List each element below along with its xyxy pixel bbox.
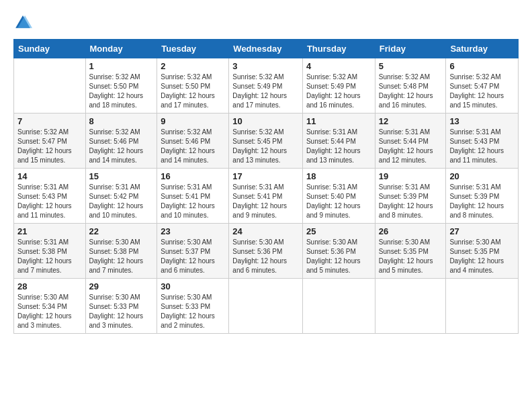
calendar-cell: 11Sunrise: 5:31 AM Sunset: 5:44 PM Dayli… <box>302 113 375 169</box>
day-info: Sunrise: 5:32 AM Sunset: 5:46 PM Dayligh… <box>161 128 225 165</box>
day-number: 15 <box>89 171 154 181</box>
day-number: 1 <box>89 61 154 71</box>
calendar-cell: 5Sunrise: 5:32 AM Sunset: 5:48 PM Daylig… <box>375 58 446 113</box>
day-number: 3 <box>232 61 299 71</box>
day-number: 8 <box>89 116 154 126</box>
logo-icon <box>13 13 32 32</box>
day-info: Sunrise: 5:32 AM Sunset: 5:49 PM Dayligh… <box>232 73 299 110</box>
day-info: Sunrise: 5:30 AM Sunset: 5:36 PM Dayligh… <box>232 238 299 275</box>
calendar-header-tuesday: Tuesday <box>157 40 229 58</box>
calendar-cell <box>229 279 303 334</box>
day-number: 28 <box>17 281 82 291</box>
day-info: Sunrise: 5:31 AM Sunset: 5:41 PM Dayligh… <box>161 183 225 220</box>
day-info: Sunrise: 5:32 AM Sunset: 5:47 PM Dayligh… <box>17 128 82 165</box>
day-number: 26 <box>379 226 443 236</box>
day-info: Sunrise: 5:32 AM Sunset: 5:45 PM Dayligh… <box>232 128 299 165</box>
calendar-week-2: 7Sunrise: 5:32 AM Sunset: 5:47 PM Daylig… <box>14 113 519 169</box>
calendar-cell: 9Sunrise: 5:32 AM Sunset: 5:46 PM Daylig… <box>157 113 229 169</box>
calendar-cell: 24Sunrise: 5:30 AM Sunset: 5:36 PM Dayli… <box>229 224 303 279</box>
calendar-cell: 30Sunrise: 5:30 AM Sunset: 5:33 PM Dayli… <box>157 279 229 334</box>
calendar-header-friday: Friday <box>375 40 446 58</box>
day-info: Sunrise: 5:32 AM Sunset: 5:47 PM Dayligh… <box>449 73 515 110</box>
day-number: 18 <box>306 171 371 181</box>
day-number: 21 <box>17 226 82 236</box>
day-number: 17 <box>232 171 299 181</box>
calendar-week-1: 1Sunrise: 5:32 AM Sunset: 5:50 PM Daylig… <box>14 58 519 113</box>
calendar-cell: 7Sunrise: 5:32 AM Sunset: 5:47 PM Daylig… <box>14 113 86 169</box>
calendar-cell: 2Sunrise: 5:32 AM Sunset: 5:50 PM Daylig… <box>157 58 229 113</box>
calendar-cell <box>375 279 446 334</box>
calendar-cell: 15Sunrise: 5:31 AM Sunset: 5:42 PM Dayli… <box>85 169 157 224</box>
calendar-header-monday: Monday <box>85 40 157 58</box>
day-number: 30 <box>161 281 225 291</box>
day-info: Sunrise: 5:31 AM Sunset: 5:44 PM Dayligh… <box>306 128 371 165</box>
day-number: 22 <box>89 226 154 236</box>
calendar-cell: 23Sunrise: 5:30 AM Sunset: 5:37 PM Dayli… <box>157 224 229 279</box>
day-number: 6 <box>449 61 515 71</box>
day-info: Sunrise: 5:31 AM Sunset: 5:43 PM Dayligh… <box>17 183 82 220</box>
day-info: Sunrise: 5:32 AM Sunset: 5:48 PM Dayligh… <box>379 73 443 110</box>
calendar-cell: 10Sunrise: 5:32 AM Sunset: 5:45 PM Dayli… <box>229 113 303 169</box>
calendar-cell <box>446 279 519 334</box>
calendar-cell: 19Sunrise: 5:31 AM Sunset: 5:39 PM Dayli… <box>375 169 446 224</box>
day-info: Sunrise: 5:30 AM Sunset: 5:35 PM Dayligh… <box>379 238 443 275</box>
day-info: Sunrise: 5:31 AM Sunset: 5:44 PM Dayligh… <box>379 128 443 165</box>
calendar-cell: 14Sunrise: 5:31 AM Sunset: 5:43 PM Dayli… <box>14 169 86 224</box>
day-info: Sunrise: 5:30 AM Sunset: 5:33 PM Dayligh… <box>89 293 154 330</box>
day-number: 7 <box>17 116 82 126</box>
day-info: Sunrise: 5:31 AM Sunset: 5:39 PM Dayligh… <box>449 183 515 220</box>
day-number: 20 <box>449 171 515 181</box>
logo <box>13 13 35 32</box>
calendar-header-sunday: Sunday <box>14 40 86 58</box>
calendar-cell <box>14 58 86 113</box>
calendar-cell: 26Sunrise: 5:30 AM Sunset: 5:35 PM Dayli… <box>375 224 446 279</box>
calendar-header-wednesday: Wednesday <box>229 40 303 58</box>
calendar-cell: 6Sunrise: 5:32 AM Sunset: 5:47 PM Daylig… <box>446 58 519 113</box>
calendar-week-4: 21Sunrise: 5:31 AM Sunset: 5:38 PM Dayli… <box>14 224 519 279</box>
calendar-cell: 29Sunrise: 5:30 AM Sunset: 5:33 PM Dayli… <box>85 279 157 334</box>
calendar-header-saturday: Saturday <box>446 40 519 58</box>
calendar-cell: 8Sunrise: 5:32 AM Sunset: 5:46 PM Daylig… <box>85 113 157 169</box>
day-info: Sunrise: 5:31 AM Sunset: 5:40 PM Dayligh… <box>306 183 371 220</box>
day-number: 25 <box>306 226 371 236</box>
day-info: Sunrise: 5:30 AM Sunset: 5:34 PM Dayligh… <box>17 293 82 330</box>
day-info: Sunrise: 5:31 AM Sunset: 5:42 PM Dayligh… <box>89 183 154 220</box>
calendar-cell: 1Sunrise: 5:32 AM Sunset: 5:50 PM Daylig… <box>85 58 157 113</box>
day-info: Sunrise: 5:30 AM Sunset: 5:36 PM Dayligh… <box>306 238 371 275</box>
day-number: 12 <box>379 116 443 126</box>
calendar-cell: 17Sunrise: 5:31 AM Sunset: 5:41 PM Dayli… <box>229 169 303 224</box>
calendar-cell: 3Sunrise: 5:32 AM Sunset: 5:49 PM Daylig… <box>229 58 303 113</box>
day-info: Sunrise: 5:31 AM Sunset: 5:43 PM Dayligh… <box>449 128 515 165</box>
day-number: 11 <box>306 116 371 126</box>
calendar-cell: 25Sunrise: 5:30 AM Sunset: 5:36 PM Dayli… <box>302 224 375 279</box>
day-info: Sunrise: 5:31 AM Sunset: 5:38 PM Dayligh… <box>17 238 82 275</box>
day-info: Sunrise: 5:31 AM Sunset: 5:39 PM Dayligh… <box>379 183 443 220</box>
calendar-header-thursday: Thursday <box>302 40 375 58</box>
day-info: Sunrise: 5:30 AM Sunset: 5:37 PM Dayligh… <box>161 238 225 275</box>
day-number: 5 <box>379 61 443 71</box>
day-number: 10 <box>232 116 299 126</box>
calendar-cell: 28Sunrise: 5:30 AM Sunset: 5:34 PM Dayli… <box>14 279 86 334</box>
day-info: Sunrise: 5:30 AM Sunset: 5:33 PM Dayligh… <box>161 293 225 330</box>
calendar-cell: 12Sunrise: 5:31 AM Sunset: 5:44 PM Dayli… <box>375 113 446 169</box>
day-number: 27 <box>449 226 515 236</box>
calendar-cell <box>302 279 375 334</box>
day-info: Sunrise: 5:32 AM Sunset: 5:50 PM Dayligh… <box>89 73 154 110</box>
day-number: 13 <box>449 116 515 126</box>
day-number: 14 <box>17 171 82 181</box>
day-info: Sunrise: 5:32 AM Sunset: 5:46 PM Dayligh… <box>89 128 154 165</box>
calendar-body: 1Sunrise: 5:32 AM Sunset: 5:50 PM Daylig… <box>14 58 519 334</box>
day-number: 24 <box>232 226 299 236</box>
day-number: 16 <box>161 171 225 181</box>
day-info: Sunrise: 5:30 AM Sunset: 5:38 PM Dayligh… <box>89 238 154 275</box>
calendar-cell: 16Sunrise: 5:31 AM Sunset: 5:41 PM Dayli… <box>157 169 229 224</box>
calendar-header-row: SundayMondayTuesdayWednesdayThursdayFrid… <box>14 40 519 58</box>
calendar-cell: 22Sunrise: 5:30 AM Sunset: 5:38 PM Dayli… <box>85 224 157 279</box>
calendar-cell: 20Sunrise: 5:31 AM Sunset: 5:39 PM Dayli… <box>446 169 519 224</box>
calendar-cell: 27Sunrise: 5:30 AM Sunset: 5:35 PM Dayli… <box>446 224 519 279</box>
calendar-cell: 18Sunrise: 5:31 AM Sunset: 5:40 PM Dayli… <box>302 169 375 224</box>
day-number: 19 <box>379 171 443 181</box>
day-info: Sunrise: 5:30 AM Sunset: 5:35 PM Dayligh… <box>449 238 515 275</box>
day-number: 29 <box>89 281 154 291</box>
calendar-cell: 13Sunrise: 5:31 AM Sunset: 5:43 PM Dayli… <box>446 113 519 169</box>
